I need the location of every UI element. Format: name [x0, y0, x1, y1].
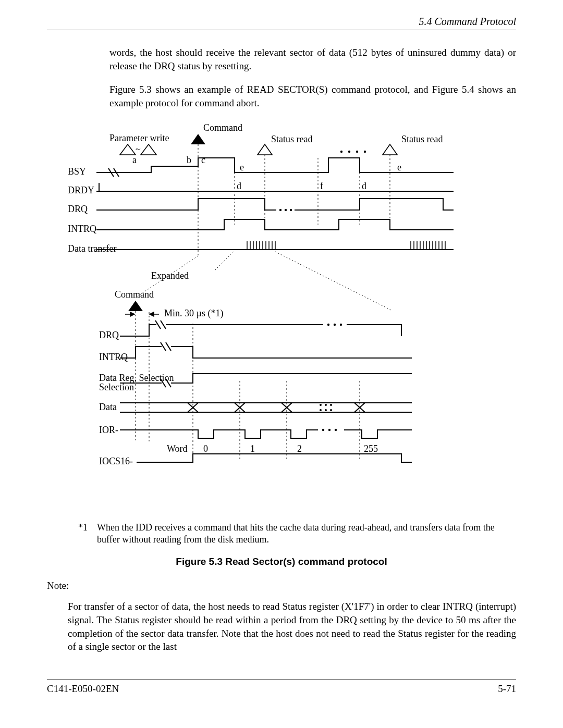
svg-point-11: [356, 150, 358, 152]
svg-point-83: [334, 323, 336, 325]
svg-line-86: [166, 342, 171, 351]
svg-text:IOCS16-: IOCS16-: [99, 456, 133, 466]
footer-doc: C141-E050-02EN: [47, 683, 119, 695]
svg-text:0: 0: [203, 443, 208, 454]
svg-line-59: [214, 252, 234, 272]
svg-text:Expanded: Expanded: [151, 270, 189, 281]
svg-text:e: e: [397, 162, 401, 172]
svg-text:DRQ: DRQ: [68, 204, 88, 214]
svg-text:BSY: BSY: [68, 166, 86, 177]
svg-point-32: [285, 208, 287, 211]
svg-point-99: [330, 404, 332, 406]
svg-point-10: [348, 150, 350, 152]
svg-text:e: e: [240, 162, 244, 172]
svg-point-105: [335, 428, 337, 430]
timing-diagram: Command Parameter write Status read Stat…: [47, 120, 516, 516]
svg-text:Data: Data: [99, 402, 117, 412]
lbl-param-write: Parameter write: [109, 133, 169, 143]
footer-page: 5-71: [498, 683, 516, 695]
svg-marker-2: [141, 144, 156, 155]
svg-text:c: c: [201, 155, 205, 165]
footnote-mark: *1: [78, 522, 97, 546]
svg-point-31: [279, 208, 282, 211]
svg-text:f: f: [320, 181, 323, 191]
svg-text:DRQ: DRQ: [99, 330, 119, 340]
svg-point-12: [364, 150, 366, 152]
svg-text:Data transfer: Data transfer: [68, 243, 116, 254]
svg-marker-4: [191, 134, 205, 144]
body-p2: Figure 5.3 shows an example of READ SECT…: [109, 83, 516, 109]
footnote: *1 When the IDD receives a command that …: [78, 522, 516, 546]
svg-text:a: a: [132, 155, 137, 165]
svg-marker-7: [258, 144, 272, 155]
svg-point-100: [320, 409, 322, 411]
svg-text:d: d: [237, 181, 241, 191]
note-body: For transfer of a sector of data, the ho…: [68, 600, 516, 653]
svg-text:255: 255: [364, 443, 378, 454]
lbl-status-read-2: Status read: [401, 134, 443, 144]
svg-marker-63: [130, 312, 134, 316]
body-p1: words, the host should receive the relev…: [109, 46, 516, 72]
footnote-text: When the IDD receives a command that hit…: [97, 522, 516, 546]
svg-point-102: [330, 409, 332, 411]
svg-text:d: d: [362, 181, 366, 191]
svg-point-82: [327, 323, 329, 325]
svg-line-81: [161, 320, 166, 329]
svg-marker-61: [128, 301, 143, 311]
svg-marker-65: [150, 312, 154, 316]
note-label: Note:: [47, 580, 516, 591]
svg-text:INTRQ: INTRQ: [99, 352, 128, 362]
svg-text:1: 1: [250, 443, 255, 454]
svg-text:Min. 30 µs (*1): Min. 30 µs (*1): [164, 308, 223, 319]
figure-caption: Figure 5.3 Read Sector(s) command protoc…: [47, 556, 516, 567]
svg-point-104: [328, 428, 331, 430]
svg-point-9: [340, 150, 342, 152]
svg-text:INTRQ: INTRQ: [68, 224, 96, 234]
svg-marker-0: [120, 144, 136, 155]
svg-point-101: [325, 409, 327, 411]
svg-point-84: [340, 323, 342, 325]
lbl-status-read-1: Status read: [271, 134, 312, 144]
svg-marker-8: [383, 144, 397, 155]
svg-text:b: b: [187, 155, 191, 165]
svg-text:IOR-: IOR-: [99, 425, 118, 435]
svg-point-98: [325, 404, 327, 406]
svg-text:2: 2: [297, 443, 302, 454]
svg-text:Word: Word: [167, 443, 188, 454]
svg-text:DRDY: DRDY: [68, 185, 94, 195]
svg-point-97: [320, 404, 322, 406]
lbl-command: Command: [203, 122, 242, 133]
svg-line-58: [275, 252, 391, 310]
section-header: 5.4 Command Protocol: [47, 16, 516, 30]
svg-point-33: [290, 208, 292, 211]
svg-text:~: ~: [136, 144, 141, 155]
svg-text:Command: Command: [115, 289, 154, 300]
svg-point-103: [322, 428, 324, 430]
